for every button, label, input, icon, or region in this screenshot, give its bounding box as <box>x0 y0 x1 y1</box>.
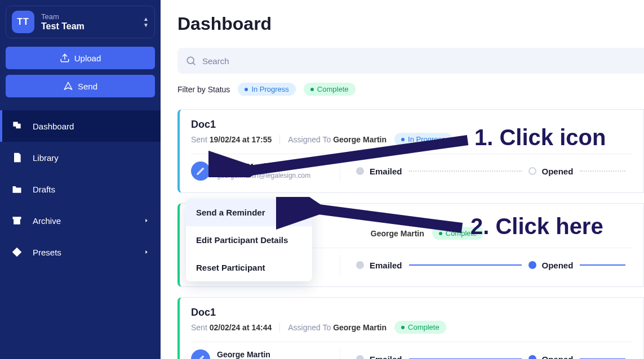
participant-info: George Martin george.martin@legalesign.c… <box>217 350 324 359</box>
status-badge: Complete <box>394 321 446 334</box>
participant-row: George Martin george.martin@legalesign.c… <box>191 342 632 359</box>
participant-row: George Martin george.martin@legalesign.c… <box>191 154 632 192</box>
sidebar-item-library[interactable]: Library <box>0 142 161 173</box>
sidebar-item-label: Presets <box>33 248 61 257</box>
status-label: Complete <box>408 323 439 331</box>
status-step-dot <box>528 355 536 359</box>
team-label: Team <box>41 12 136 21</box>
status-step-emailed: Emailed <box>370 354 402 360</box>
participant-context-menu: Send a Reminder Edit Participant Details… <box>186 199 312 281</box>
document-title: Doc1 <box>191 307 632 318</box>
status-step-emailed: Emailed <box>370 167 402 176</box>
sidebar-item-label: Drafts <box>33 185 55 194</box>
assigned-value: George Martin <box>371 229 424 238</box>
library-icon <box>11 152 23 163</box>
filter-pill-complete[interactable]: Complete <box>304 83 356 96</box>
status-step-dot <box>356 261 364 269</box>
menu-item-reset-participant[interactable]: Reset Participant <box>186 254 312 281</box>
svg-point-1 <box>187 57 194 64</box>
sidebar-item-archive[interactable]: Archive <box>0 205 161 236</box>
status-dot-icon <box>245 88 248 91</box>
sidebar-item-label: Library <box>33 153 59 163</box>
page-title: Dashboard <box>177 14 644 34</box>
status-step-dot <box>356 355 364 359</box>
document-title: Doc1 <box>191 119 632 131</box>
document-meta: Sent 02/02/24 at 14:44 Assigned To Georg… <box>191 321 632 334</box>
search-icon <box>185 55 197 66</box>
participant-name: George Martin <box>217 162 324 172</box>
menu-item-send-reminder[interactable]: Send a Reminder <box>186 199 312 226</box>
team-name: Test Team <box>41 21 136 32</box>
filter-pill-inprogress[interactable]: In Progress <box>238 83 295 96</box>
status-dot-icon <box>310 88 314 91</box>
separator <box>340 255 340 275</box>
separator <box>279 135 280 144</box>
search-bar[interactable] <box>177 48 644 74</box>
sent-label: Sent <box>191 323 207 332</box>
assigned-value: George Martin <box>333 135 387 144</box>
separator <box>340 349 340 359</box>
main: Dashboard Filter by Status In Progress C… <box>161 0 644 359</box>
drafts-icon <box>11 183 23 195</box>
upload-button[interactable]: Upload <box>6 47 155 69</box>
assigned-label: Assigned To <box>288 135 331 144</box>
sidebar-item-presets[interactable]: Presets <box>0 236 161 268</box>
status-badge: Complete <box>432 227 484 240</box>
status-label: Complete <box>446 229 477 237</box>
sidebar-item-dashboard[interactable]: Dashboard <box>0 110 161 142</box>
sidebar-item-label: Dashboard <box>33 122 74 131</box>
status-step-emailed: Emailed <box>370 261 402 270</box>
filter-pill-label: In Progress <box>251 85 288 93</box>
progress-line <box>580 170 625 172</box>
status-dot-icon <box>401 138 405 141</box>
status-step-opened: Opened <box>542 167 574 176</box>
assigned-label: Assigned To <box>288 323 331 332</box>
upload-button-label: Upload <box>74 53 101 63</box>
pencil-icon <box>196 354 205 359</box>
status-badge: In Progress <box>394 133 452 146</box>
sidebar: TT Team Test Team ▲▼ Upload Send Dashboa… <box>0 0 161 359</box>
filter-pill-label: Complete <box>317 85 349 93</box>
participant-name: George Martin <box>217 350 324 359</box>
filter-label: Filter by Status <box>177 85 230 94</box>
send-button-label: Send <box>78 82 97 91</box>
send-icon <box>63 81 73 91</box>
send-button[interactable]: Send <box>6 75 155 97</box>
separator <box>340 161 340 181</box>
upload-icon <box>60 53 70 63</box>
menu-item-edit-participant[interactable]: Edit Participant Details <box>186 226 312 254</box>
search-input[interactable] <box>202 56 636 66</box>
separator <box>279 323 280 332</box>
participant-actions-button[interactable] <box>191 349 210 359</box>
sidebar-nav: Dashboard Library Drafts Archive Presets <box>0 110 161 268</box>
participant-info: George Martin george.martin@legalesign.c… <box>217 162 324 180</box>
pencil-icon <box>196 167 205 176</box>
progress-line <box>409 170 522 172</box>
sent-label: Sent <box>191 135 207 144</box>
svg-line-2 <box>193 62 195 65</box>
status-step-dot <box>528 167 536 175</box>
participant-email: george.martin@legalesign.com <box>217 172 324 180</box>
team-avatar: TT <box>12 11 34 33</box>
chevron-right-icon <box>144 218 149 223</box>
filter-row: Filter by Status In Progress Complete <box>177 83 644 96</box>
team-info: Team Test Team <box>41 12 136 32</box>
sidebar-item-label: Archive <box>33 216 61 226</box>
status-label: In Progress <box>408 135 445 143</box>
participant-actions-button[interactable] <box>191 161 210 181</box>
sent-value: 19/02/24 at 17:55 <box>210 135 272 144</box>
team-selector[interactable]: TT Team Test Team ▲▼ <box>6 6 155 38</box>
archive-icon <box>11 215 23 226</box>
status-step-opened: Opened <box>542 261 574 270</box>
sent-value: 02/02/24 at 14:44 <box>210 323 272 332</box>
chevron-right-icon <box>144 249 149 255</box>
status-step-dot <box>528 261 536 269</box>
presets-icon <box>11 246 23 258</box>
progress-line <box>580 264 625 266</box>
progress-line <box>409 264 522 266</box>
dashboard-icon <box>11 120 23 132</box>
document-meta: Sent 19/02/24 at 17:55 Assigned To Georg… <box>191 133 632 146</box>
sidebar-item-drafts[interactable]: Drafts <box>0 173 161 205</box>
assigned-value: George Martin <box>333 323 387 332</box>
status-step-dot <box>356 167 364 175</box>
